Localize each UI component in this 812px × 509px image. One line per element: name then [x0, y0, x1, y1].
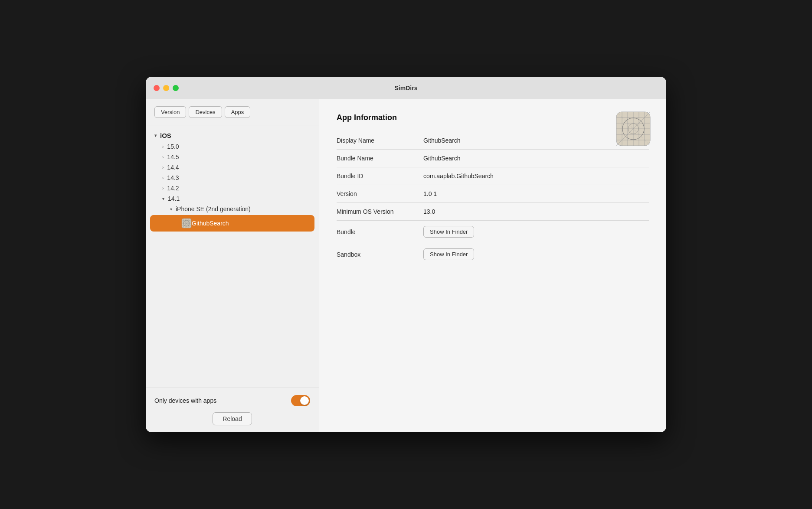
field-label-sandbox: Sandbox: [337, 243, 423, 266]
table-row: Sandbox Show In Finder: [337, 243, 649, 266]
toggle-label: Only devices with apps: [154, 397, 216, 404]
version-item-144[interactable]: › 14.4: [146, 162, 319, 173]
detail-panel: App Information: [319, 99, 666, 432]
version-label: 14.5: [167, 153, 179, 160]
version-chevron-icon: ›: [162, 176, 164, 180]
version-label: 15.0: [167, 143, 179, 150]
version-label: 14.3: [167, 174, 179, 181]
app-window: SimDirs Version Devices Apps ▾ iOS › 15.…: [146, 77, 666, 432]
device-item-iphonese[interactable]: ▾ iPhone SE (2nd generation): [146, 204, 319, 214]
sandbox-show-in-finder-button[interactable]: Show In Finder: [423, 248, 474, 260]
version-item-142[interactable]: › 14.2: [146, 183, 319, 193]
field-label-display-name: Display Name: [337, 132, 423, 150]
toolbar: Version Devices Apps: [146, 99, 319, 125]
version-chevron-icon: ›: [162, 165, 164, 170]
device-chevron-icon: ▾: [170, 207, 172, 212]
reload-button[interactable]: Reload: [213, 412, 252, 425]
maximize-button[interactable]: [173, 85, 179, 91]
field-label-bundle-id: Bundle ID: [337, 167, 423, 185]
field-value-bundle-name: GithubSearch: [423, 150, 649, 167]
field-value-bundle-id: com.aaplab.GithubSearch: [423, 167, 649, 185]
version-item-15[interactable]: › 15.0: [146, 141, 319, 152]
field-value-bundle: Show In Finder: [423, 221, 649, 243]
ios-section-header[interactable]: ▾ iOS: [146, 130, 319, 141]
field-label-bundle-name: Bundle Name: [337, 150, 423, 167]
toggle-knob: [300, 396, 309, 405]
info-table: Display Name GithubSearch Bundle Name Gi…: [337, 132, 649, 265]
field-label-version: Version: [337, 185, 423, 203]
tree-area: ▾ iOS › 15.0 › 14.5 › 14.4 ›: [146, 125, 319, 388]
field-value-sandbox: Show In Finder: [423, 243, 649, 266]
ios-chevron-icon: ▾: [154, 133, 157, 138]
detail-title: App Information: [337, 113, 649, 122]
table-row: Minimum OS Version 13.0: [337, 203, 649, 221]
window-title: SimDirs: [395, 85, 418, 91]
apps-tab[interactable]: Apps: [225, 106, 251, 118]
version-label: 14.2: [167, 185, 179, 192]
version-tab[interactable]: Version: [154, 106, 186, 118]
version-chevron-icon: ▾: [162, 196, 164, 201]
version-item-145[interactable]: › 14.5: [146, 152, 319, 162]
field-value-display-name: GithubSearch: [423, 132, 649, 150]
minimize-button[interactable]: [163, 85, 169, 91]
version-label: 14.4: [167, 164, 179, 171]
table-row: Bundle Show In Finder: [337, 221, 649, 243]
app-label: GithubSearch: [192, 220, 229, 227]
table-row: Version 1.0 1: [337, 185, 649, 203]
field-label-min-os: Minimum OS Version: [337, 203, 423, 221]
close-button[interactable]: [154, 85, 160, 91]
ios-label: iOS: [160, 132, 171, 139]
main-content: Version Devices Apps ▾ iOS › 15.0 › 14.5: [146, 99, 666, 432]
sidebar-bottom: Only devices with apps Reload: [146, 388, 319, 432]
only-apps-toggle[interactable]: [291, 395, 310, 406]
sidebar: Version Devices Apps ▾ iOS › 15.0 › 14.5: [146, 99, 319, 432]
window-controls: [154, 85, 179, 91]
version-chevron-icon: ›: [162, 144, 164, 149]
devices-tab[interactable]: Devices: [189, 106, 222, 118]
table-row: Display Name GithubSearch: [337, 132, 649, 150]
toggle-row: Only devices with apps: [154, 395, 310, 406]
bundle-show-in-finder-button[interactable]: Show In Finder: [423, 226, 474, 238]
table-row: Bundle Name GithubSearch: [337, 150, 649, 167]
device-label: iPhone SE (2nd generation): [176, 206, 251, 212]
app-icon-large: [616, 111, 651, 146]
version-chevron-icon: ›: [162, 186, 164, 191]
version-item-143[interactable]: › 14.3: [146, 173, 319, 183]
version-item-141[interactable]: ▾ 14.1: [146, 193, 319, 204]
version-label: 14.1: [168, 195, 180, 202]
field-value-version: 1.0 1: [423, 185, 649, 203]
field-value-min-os: 13.0: [423, 203, 649, 221]
app-item-githubsearch[interactable]: GithubSearch: [150, 215, 314, 232]
table-row: Bundle ID com.aaplab.GithubSearch: [337, 167, 649, 185]
titlebar: SimDirs: [146, 77, 666, 99]
field-label-bundle: Bundle: [337, 221, 423, 243]
version-chevron-icon: ›: [162, 155, 164, 160]
app-icon-small: [181, 218, 192, 228]
